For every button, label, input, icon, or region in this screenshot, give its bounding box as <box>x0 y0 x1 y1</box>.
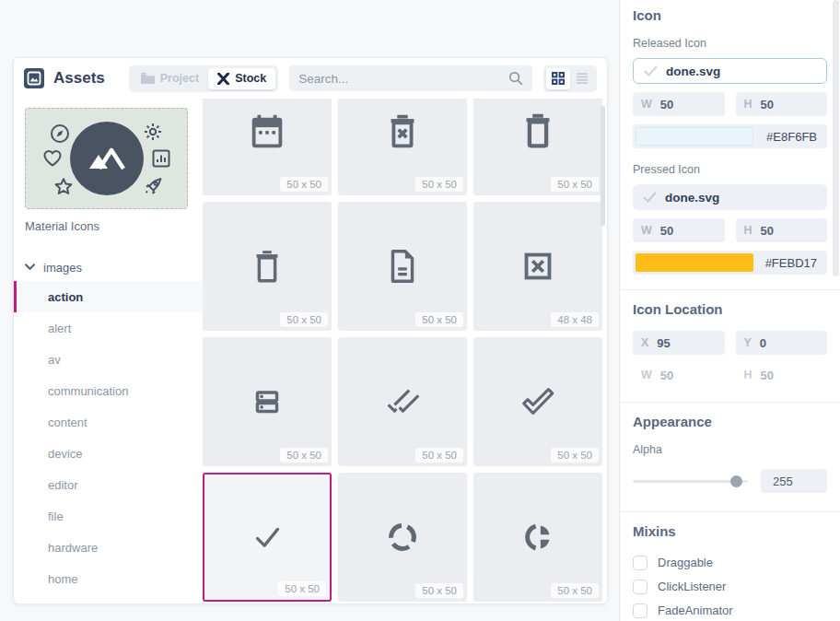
collection-name: Material Icons <box>25 219 203 233</box>
pressed-width-field[interactable]: W 50 <box>633 218 725 242</box>
assets-header: Assets Project Stock <box>14 58 607 99</box>
sidebar-item-communication[interactable]: communication <box>14 375 203 406</box>
asset-tile-selected[interactable]: 50 x 50 <box>203 473 332 602</box>
location-y-field[interactable]: Y 0 <box>736 331 828 355</box>
assets-panel: Assets Project Stock <box>13 57 608 604</box>
checkbox-icon[interactable] <box>633 556 648 570</box>
mixin-clicklistener[interactable]: ClickListener <box>633 575 827 598</box>
asset-size: 50 x 50 <box>415 177 463 192</box>
asset-tile[interactable]: 50 x 50 <box>473 337 602 466</box>
asset-tile[interactable]: 48 x 48 <box>473 202 602 331</box>
search-box[interactable] <box>289 65 532 91</box>
asset-tile[interactable]: 50 x 50 <box>473 99 602 195</box>
stock-x-icon <box>217 73 229 85</box>
calendar-icon <box>246 110 288 152</box>
asset-size: 50 x 50 <box>280 448 328 463</box>
released-height-field[interactable]: H 50 <box>736 92 828 116</box>
sidebar-item-home[interactable]: home <box>14 563 203 594</box>
alpha-slider[interactable] <box>633 475 748 487</box>
done-icon <box>246 516 288 558</box>
asset-tile[interactable]: 50 x 50 <box>203 337 332 466</box>
asset-grid: 50 x 50 50 x 50 50 x 50 50 x 50 50 x 50 <box>203 99 607 604</box>
asset-tile[interactable]: 50 x 50 <box>338 337 467 466</box>
divider <box>620 289 840 290</box>
asset-size: 50 x 50 <box>551 448 599 463</box>
list-view-button[interactable] <box>570 68 594 89</box>
inspector-panel: Icon Released Icon done.svg W 50 H 50 #E… <box>619 0 840 621</box>
checkbox-icon[interactable] <box>633 603 648 618</box>
asset-size: 48 x 48 <box>551 312 599 327</box>
section-title-mixins: Mixins <box>633 523 827 540</box>
asset-size: 50 x 50 <box>278 581 326 596</box>
released-color-swatch[interactable] <box>636 127 753 146</box>
asset-size: 50 x 50 <box>280 177 328 192</box>
location-w-field: W 50 <box>633 363 725 387</box>
asset-tile[interactable]: 50 x 50 <box>338 99 467 195</box>
alpha-label: Alpha <box>633 443 827 456</box>
chart-icon <box>152 149 170 168</box>
pressed-color-swatch[interactable] <box>636 253 753 272</box>
released-color-field[interactable]: #E8F6FB <box>633 124 827 148</box>
grid-view-button[interactable] <box>546 68 570 89</box>
pressed-height-field[interactable]: H 50 <box>736 218 828 242</box>
collection-preview[interactable] <box>25 108 188 209</box>
grid-scrollbar[interactable] <box>601 106 605 226</box>
location-x-field[interactable]: X 95 <box>633 331 725 355</box>
delete-forever-icon <box>381 110 424 152</box>
asset-size: 50 x 50 <box>415 583 463 598</box>
pressed-color-field[interactable]: #FEBD17 <box>633 251 827 275</box>
asset-tile[interactable]: 50 x 50 <box>338 473 467 602</box>
sidebar-item-device[interactable]: device <box>14 438 203 469</box>
panel-title: Assets <box>53 69 105 88</box>
asset-tile[interactable]: 50 x 50 <box>338 202 467 331</box>
sidebar-item-action[interactable]: action <box>14 281 203 312</box>
released-color-hex: #E8F6FB <box>766 130 824 144</box>
divider <box>620 402 840 403</box>
divider <box>620 511 840 512</box>
section-title-icon-location: Icon Location <box>633 301 827 318</box>
sidebar-item-alert[interactable]: alert <box>14 312 203 344</box>
inspector-scrollbar[interactable] <box>833 0 839 276</box>
sidebar-item-file[interactable]: file <box>14 500 203 532</box>
asset-size: 50 x 50 <box>280 312 328 327</box>
sidebar-item-content[interactable]: content <box>14 406 203 438</box>
location-h-field: H 50 <box>736 363 828 387</box>
section-title-appearance: Appearance <box>633 414 827 430</box>
sidebar-item-hardware[interactable]: hardware <box>14 532 203 563</box>
tab-project[interactable]: Project <box>132 68 208 89</box>
heart-icon <box>42 149 63 168</box>
pressed-color-hex: #FEBD17 <box>765 256 824 270</box>
rocket-icon <box>143 175 165 197</box>
mixin-fadeanimator[interactable]: FadeAnimator <box>633 599 827 621</box>
slider-knob[interactable] <box>730 475 742 487</box>
dns-icon <box>246 381 288 423</box>
check-icon <box>644 65 658 76</box>
chevron-down-icon <box>25 264 35 271</box>
sidebar-item-av[interactable]: av <box>14 344 203 375</box>
gear-icon <box>143 122 163 142</box>
document-icon <box>381 245 424 287</box>
asset-tile[interactable]: 50 x 50 <box>203 202 332 331</box>
tree-root-images[interactable]: images <box>14 253 203 281</box>
data-usage-icon <box>517 516 559 558</box>
alpha-value-field[interactable]: 255 <box>761 469 827 493</box>
done-outline-icon <box>517 381 559 423</box>
search-icon <box>508 71 523 86</box>
checkbox-icon[interactable] <box>633 580 648 594</box>
star-icon <box>53 177 74 196</box>
source-tabs: Project Stock <box>129 65 278 92</box>
sidebar-item-editor[interactable]: editor <box>14 469 203 500</box>
released-icon-input[interactable]: done.svg <box>633 58 827 84</box>
tab-stock[interactable]: Stock <box>208 68 275 89</box>
search-input[interactable] <box>298 72 508 86</box>
mixin-draggable[interactable]: Draggable <box>633 551 827 574</box>
assets-sidebar: Material Icons images action alert av co… <box>14 99 203 604</box>
pressed-icon-input[interactable]: done.svg <box>633 184 827 210</box>
asset-tile[interactable]: 50 x 50 <box>203 99 332 195</box>
sidebar-item-image[interactable]: image <box>14 594 203 604</box>
trash-icon <box>517 110 559 152</box>
asset-size: 50 x 50 <box>415 448 463 463</box>
asset-tile[interactable]: 50 x 50 <box>473 473 602 602</box>
released-width-field[interactable]: W 50 <box>633 92 725 116</box>
close-box-icon <box>517 245 559 287</box>
